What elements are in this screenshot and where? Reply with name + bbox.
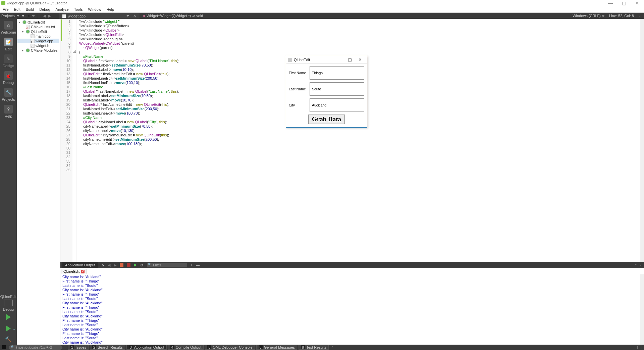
attach-icon[interactable]: ⇲ [101,263,104,267]
split-icon[interactable]: ⫞ [28,13,30,18]
menu-analyze[interactable]: Analyze [56,7,69,11]
close-sidebar-icon[interactable] [2,345,6,349]
h-file-icon [31,44,35,48]
cpp-file-icon [62,14,66,18]
stop-all-button[interactable] [127,263,130,267]
fold-gutter[interactable]: - [72,19,76,262]
maximize-output-icon[interactable]: ^ [635,263,637,267]
grab-data-button[interactable]: Grab Data [308,115,345,124]
projects-selector[interactable]: Projects [1,14,15,18]
tree-cmake-modules[interactable]: ▸CMake Modules [17,48,59,53]
brush-icon: ✎ [4,54,13,63]
output-tabs: QLineEdit ✕ [60,268,644,274]
status-pane-6[interactable]: 6General Messages [256,345,297,350]
maximize-button[interactable]: ▢ [617,0,631,6]
close-button[interactable]: ✕ [631,0,644,6]
locator-input[interactable]: Type to locate (Ctrl+K) [9,345,62,350]
editor-scrollbar[interactable] [640,19,644,262]
monitor-icon [4,300,13,306]
mode-debug[interactable]: 🐞Debug [3,71,14,85]
output-toolbar: Application Output ⇲ ◀ ▶ ⚙ Filter + — ^ … [60,262,644,268]
output-body[interactable]: City name is: "Aukland"First name is: "T… [60,274,644,345]
line-ending[interactable]: Windows (CRLF) [573,14,604,18]
project-tree[interactable]: ▾QLineEdit CMakeLists.txt ▾QLineEdit mai… [17,19,60,345]
run-debug-button[interactable] [6,325,11,332]
tree-root[interactable]: ▾QLineEdit [17,20,59,25]
tree-main-cpp[interactable]: main.cpp [17,34,59,39]
code-editor[interactable]: 1234567891011121314151617181920212223242… [60,19,644,262]
menu-tools[interactable]: Tools [74,7,83,11]
nav-fwd-icon[interactable]: ▶ [47,14,52,18]
kit-target[interactable]: QLineEdit Debug [0,295,16,311]
app-maximize[interactable]: ▢ [345,57,355,62]
last-name-input[interactable] [310,82,364,96]
chevron-down-icon[interactable] [17,15,19,17]
tree-widget-h[interactable]: widget.h [17,43,59,48]
cmake-file-icon [26,25,30,29]
symbol-icon: ◆ [143,14,145,17]
mode-projects[interactable]: 🔧Projects [2,88,15,101]
running-app-window[interactable]: QLineEdit — ▢ ✕ First Name Last Name Cit… [286,56,367,128]
line-gutter[interactable]: 1234567891011121314151617181920212223242… [60,19,72,262]
nav-back-icon[interactable]: ◀ [42,14,47,18]
mode-help[interactable]: ?Help [4,105,13,118]
tree-widget-cpp[interactable]: widget.cpp [17,39,59,43]
status-pane-4[interactable]: 4Compile Output [168,345,204,350]
more-panes[interactable]: ≑ [331,345,334,350]
tree-target[interactable]: ▾QLineEdit [17,29,59,34]
tree-cmakelists[interactable]: CMakeLists.txt [17,25,59,29]
menu-window[interactable]: Window [88,7,101,11]
split-editor-icon[interactable]: ⫞ [639,14,641,18]
chevron-down-icon[interactable] [126,15,129,17]
stop-button[interactable] [120,263,123,267]
build-button[interactable]: 🔨 [5,336,12,343]
city-input[interactable] [310,98,364,112]
menu-build[interactable]: Build [26,7,34,11]
menu-file[interactable]: File [3,7,9,11]
add-output-tab[interactable]: + [191,263,193,267]
first-name-input[interactable] [310,66,364,80]
chevron-down-icon [602,15,604,17]
open-document-tab[interactable]: widget.cpp ✕ [59,13,140,19]
close-output-tab[interactable]: ✕ [81,270,85,273]
menu-help[interactable]: Help [107,7,114,11]
mode-design[interactable]: ✎Design [3,54,14,68]
cpp-file-icon [31,34,35,38]
app-titlebar[interactable]: QLineEdit — ▢ ✕ [286,56,367,63]
navigation-toolbar: Projects ▼. ⫞ ⫟ ◀ ▶ widget.cpp ✕ ◆ Widge… [0,13,644,19]
menubar: File Edit Build Debug Analyze Tools Wind… [0,6,644,13]
app-minimize[interactable]: — [335,57,345,62]
first-name-label: First Name [289,71,310,75]
split-output-icon[interactable]: ⫞ [640,263,642,267]
filter-icon[interactable]: ▼. [21,14,26,18]
output-tab-qlineedit[interactable]: QLineEdit ✕ [61,269,87,274]
code-area[interactable]: "kw">#include "widget.h""kw">#include <Q… [76,19,640,262]
next-icon[interactable]: ▶ [114,263,116,267]
app-close[interactable]: ✕ [355,57,365,62]
status-bar: Type to locate (Ctrl+K) 1Issues2Search R… [0,345,644,350]
status-pane-8[interactable]: 8Test Results [299,345,329,350]
minimize-button[interactable]: — [604,0,617,6]
qt-icon [1,1,5,5]
rerun-button[interactable] [134,263,137,267]
run-button[interactable] [6,314,11,320]
prev-icon[interactable]: ◀ [108,263,110,267]
close-tab-icon[interactable]: ✕ [133,14,136,18]
gear-icon[interactable]: ⚙ [140,263,144,267]
output-scrollbar[interactable] [640,274,644,345]
cursor-position[interactable]: Line: 52, Col: 8 [609,14,634,18]
menu-edit[interactable]: Edit [14,7,20,11]
menu-debug[interactable]: Debug [39,7,50,11]
symbol-breadcrumb[interactable]: ◆ Widget::Widget(QWidget *) -> void [143,14,203,18]
status-pane-3[interactable]: 3Application Output [126,345,167,350]
status-pane-2[interactable]: 2Search Results [90,345,125,350]
mode-edit[interactable]: 📝Edit [4,38,13,51]
collapse-output[interactable]: — [196,263,200,267]
mode-welcome[interactable]: ⌂Welcome [1,21,16,34]
output-filter-input[interactable]: Filter [147,263,187,267]
progress-icon[interactable] [637,346,642,349]
help-icon: ? [4,105,13,114]
status-pane-5[interactable]: 5QML Debugger Console [205,345,255,350]
split2-icon[interactable]: ⫟ [32,13,36,18]
status-pane-1[interactable]: 1Issues [68,345,89,350]
